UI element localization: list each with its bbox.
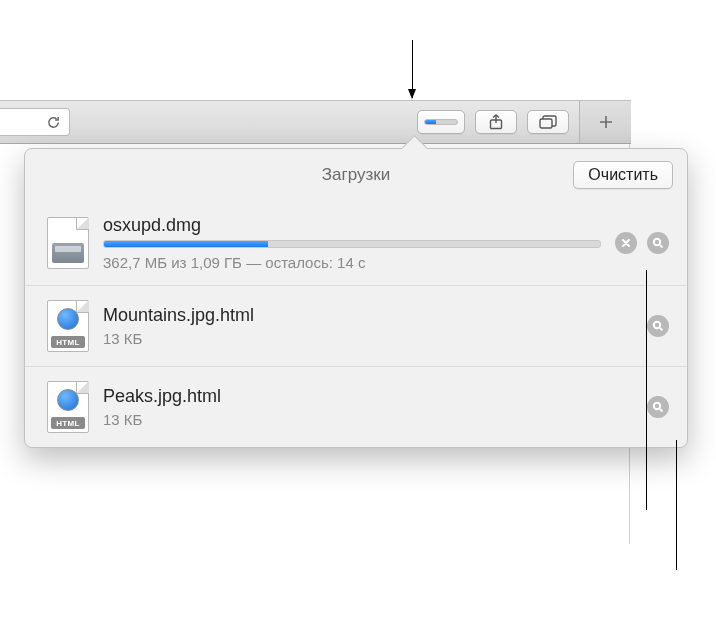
svg-point-3: [654, 322, 660, 328]
reveal-in-finder-button[interactable]: [647, 232, 669, 254]
download-status: 13 КБ: [103, 330, 633, 347]
html-badge: HTML: [51, 417, 85, 429]
file-icon-dmg: [47, 217, 89, 269]
share-button[interactable]: [475, 110, 517, 134]
download-status: 13 КБ: [103, 411, 633, 428]
popover-title: Загрузки: [322, 165, 390, 185]
download-filename: Peaks.jpg.html: [103, 386, 633, 407]
svg-point-2: [654, 239, 660, 245]
plus-icon: [599, 115, 613, 129]
magnifier-icon: [652, 237, 664, 249]
new-tab-button[interactable]: [579, 101, 631, 143]
file-icon-html: HTML: [47, 381, 89, 433]
download-item: osxupd.dmg 362,7 МБ из 1,09 ГБ — осталос…: [25, 201, 687, 285]
tabs-button[interactable]: [527, 110, 569, 134]
downloads-progress-icon: [424, 119, 458, 125]
magnifier-icon: [652, 401, 664, 413]
download-status: 362,7 МБ из 1,09 ГБ — осталось: 14 с: [103, 254, 601, 271]
html-badge: HTML: [51, 336, 85, 348]
stop-download-button[interactable]: [615, 232, 637, 254]
svg-point-4: [654, 403, 660, 409]
close-icon: [621, 238, 631, 248]
reveal-in-finder-button[interactable]: [647, 396, 669, 418]
download-item: HTML Mountains.jpg.html 13 КБ: [25, 285, 687, 366]
magnifier-icon: [652, 320, 664, 332]
callout-line-reveal: [676, 440, 677, 570]
popover-header: Загрузки Очистить: [25, 149, 687, 201]
callout-arrow-down: [412, 40, 413, 98]
download-progress-bar: [103, 240, 601, 248]
downloads-list: osxupd.dmg 362,7 МБ из 1,09 ГБ — осталос…: [25, 201, 687, 447]
downloads-popover: Загрузки Очистить osxupd.dmg 362,7 МБ из…: [24, 148, 688, 448]
callout-line-stop: [646, 270, 647, 510]
downloads-button[interactable]: [417, 110, 465, 134]
reload-button[interactable]: [0, 108, 70, 136]
reload-icon: [46, 115, 61, 130]
reveal-in-finder-button[interactable]: [647, 315, 669, 337]
clear-button[interactable]: Очистить: [573, 161, 673, 189]
tabs-icon: [539, 115, 557, 129]
browser-toolbar: [0, 100, 631, 144]
download-filename: osxupd.dmg: [103, 215, 601, 236]
download-item: HTML Peaks.jpg.html 13 КБ: [25, 366, 687, 447]
file-icon-html: HTML: [47, 300, 89, 352]
share-icon: [489, 114, 503, 130]
svg-rect-1: [540, 119, 552, 128]
download-filename: Mountains.jpg.html: [103, 305, 633, 326]
